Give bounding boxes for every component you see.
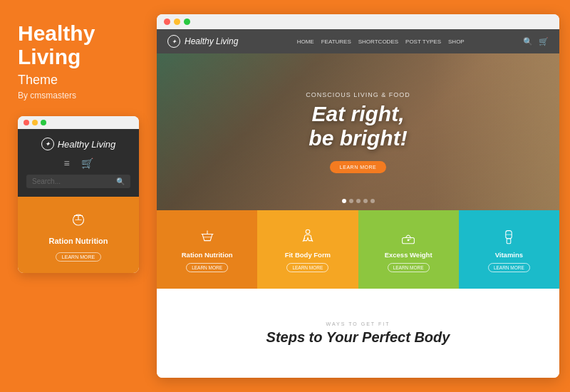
hero-slideshow-dots: [342, 199, 375, 203]
hero-food-decoration: [431, 53, 559, 210]
svg-line-9: [311, 237, 313, 242]
mobile-search-bar[interactable]: Search... 🔍: [26, 175, 130, 188]
vitamins-icon: [499, 227, 519, 247]
mobile-logo-text: ✦ Healthy Living: [26, 138, 130, 150]
mobile-mockup: ✦ Healthy Living ≡ 🛒 Search... 🔍: [18, 116, 139, 273]
mobile-logo-area: ✦ Healthy Living: [26, 138, 130, 150]
browser-mockup: ✦ Healthy Living HOME FEATURES SHORTCODE…: [157, 14, 559, 378]
feature-tiles: Ration Nutrition LEARN MORE Fit Body For…: [157, 210, 559, 289]
tile-vitamins: Vitamins LEARN MORE: [459, 210, 559, 289]
site-nav-links: HOME FEATURES SHORTCODES POST TYPES SHOP: [297, 38, 465, 45]
mobile-menu-icon: ≡: [63, 158, 69, 169]
hero-dot-4[interactable]: [363, 199, 368, 203]
site-logo-text: Healthy Living: [185, 36, 238, 46]
mobile-dot-red: [24, 120, 29, 125]
tile-ration-nutrition: Ration Nutrition LEARN MORE: [157, 210, 257, 289]
excess-weight-icon: [398, 227, 418, 247]
site-logo: ✦ Healthy Living: [167, 35, 238, 48]
site-hero: Conscious Living & Food Eat right, be br…: [157, 53, 559, 210]
nav-home[interactable]: HOME: [297, 38, 314, 45]
hero-dot-2[interactable]: [349, 199, 353, 203]
mobile-nav-icons: ≡ 🛒: [26, 158, 130, 169]
svg-point-7: [306, 229, 310, 234]
mobile-search-placeholder: Search...: [32, 177, 61, 185]
search-icon[interactable]: 🔍: [523, 37, 533, 46]
tile-weight-learn[interactable]: LEARN MORE: [388, 263, 430, 272]
tile-ration-learn[interactable]: LEARN MORE: [186, 263, 228, 272]
hero-dot-3[interactable]: [356, 199, 361, 203]
tile-fit-title: Fit Body Form: [285, 251, 331, 259]
mobile-card-icon: [26, 208, 130, 232]
svg-line-8: [303, 237, 305, 242]
browser-titlebar: [157, 14, 559, 29]
tile-excess-weight: Excess Weight LEARN MORE: [358, 210, 459, 289]
tile-vitamins-title: Vitamins: [495, 251, 523, 259]
svg-rect-15: [507, 239, 512, 244]
nav-shop[interactable]: SHOP: [448, 38, 465, 45]
hero-learn-button[interactable]: LEARN MORE: [330, 161, 386, 173]
hero-title: Eat right, be bright!: [309, 102, 407, 151]
mobile-dot-green: [41, 120, 46, 125]
ration-nutrition-icon: [197, 227, 217, 247]
mobile-cart-icon: 🛒: [81, 158, 93, 169]
fit-body-icon: [298, 227, 318, 247]
browser-dot-green: [184, 19, 190, 25]
mobile-dot-yellow: [32, 120, 38, 125]
ways-label: WAYS TO GET FIT: [326, 321, 390, 326]
mobile-learn-button[interactable]: LEARN MORE: [56, 252, 101, 262]
browser-dot-red: [164, 19, 170, 25]
cart-icon[interactable]: 🛒: [539, 37, 549, 46]
tile-fit-learn[interactable]: LEARN MORE: [286, 263, 328, 272]
nav-posttypes[interactable]: POST TYPES: [405, 38, 441, 45]
mobile-logo-icon: ✦: [41, 138, 54, 150]
mobile-search-icon: 🔍: [116, 177, 125, 185]
browser-dot-yellow: [174, 19, 180, 25]
site-bottom: WAYS TO GET FIT Steps to Your Perfect Bo…: [157, 289, 559, 378]
mobile-card-title: Ration Nutrition: [26, 237, 130, 245]
mobile-titlebar: [18, 116, 139, 129]
tile-fit-body: Fit Body Form LEARN MORE: [257, 210, 358, 289]
mobile-body: ✦ Healthy Living ≡ 🛒 Search... 🔍: [18, 129, 139, 197]
mobile-card-area: Ration Nutrition LEARN MORE: [18, 197, 139, 273]
site-logo-icon: ✦: [167, 35, 180, 48]
tile-vitamins-learn[interactable]: LEARN MORE: [488, 263, 530, 272]
tile-ration-title: Ration Nutrition: [182, 251, 233, 259]
site-navbar: ✦ Healthy Living HOME FEATURES SHORTCODE…: [157, 29, 559, 53]
tile-weight-title: Excess Weight: [385, 251, 432, 259]
hero-dot-5[interactable]: [370, 199, 375, 203]
theme-author: By cmsmasters: [18, 91, 139, 100]
site-nav-icons: 🔍 🛒: [523, 37, 549, 46]
left-panel: Healthy Living Theme By cmsmasters ✦ Hea…: [0, 0, 157, 392]
nav-features[interactable]: FEATURES: [321, 38, 351, 45]
steps-title: Steps to Your Perfect Body: [266, 329, 450, 346]
hero-subtitle: Conscious Living & Food: [306, 91, 410, 98]
browser-content: ✦ Healthy Living HOME FEATURES SHORTCODE…: [157, 29, 559, 378]
theme-title: Healthy Living: [18, 21, 139, 68]
hero-dot-1[interactable]: [342, 199, 346, 203]
nav-shortcodes[interactable]: SHORTCODES: [358, 38, 398, 45]
theme-subtitle: Theme: [18, 73, 139, 88]
